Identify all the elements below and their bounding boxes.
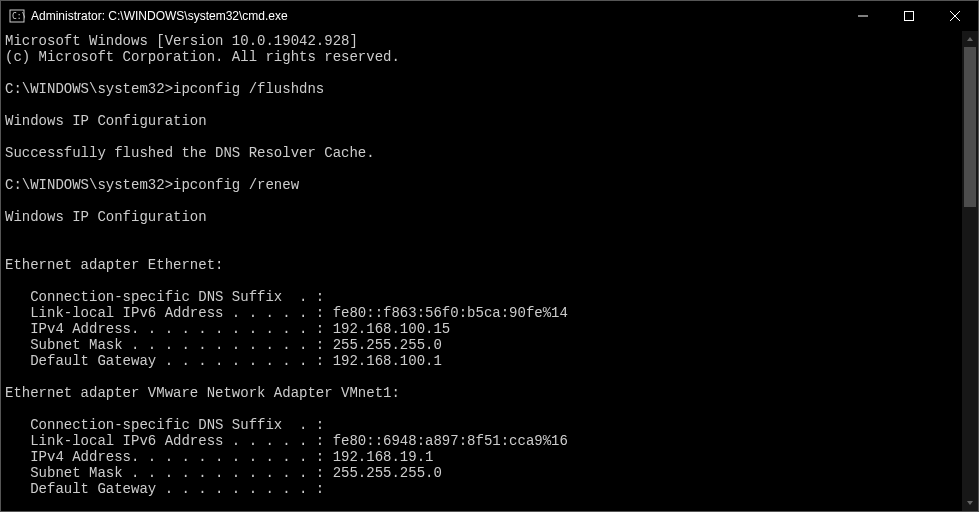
scroll-up-button[interactable] — [962, 31, 978, 47]
terminal-area[interactable]: Microsoft Windows [Version 10.0.19042.92… — [1, 31, 978, 511]
terminal-output: Microsoft Windows [Version 10.0.19042.92… — [1, 31, 978, 499]
cmd-icon: C:\ — [9, 8, 25, 24]
minimize-button[interactable] — [840, 1, 886, 31]
svg-marker-6 — [967, 37, 973, 41]
svg-text:C:\: C:\ — [12, 12, 25, 21]
scrollbar[interactable] — [962, 31, 978, 511]
svg-marker-7 — [967, 501, 973, 505]
svg-rect-3 — [905, 12, 914, 21]
close-button[interactable] — [932, 1, 978, 31]
titlebar[interactable]: C:\ Administrator: C:\WINDOWS\system32\c… — [1, 1, 978, 31]
scroll-down-button[interactable] — [962, 495, 978, 511]
maximize-button[interactable] — [886, 1, 932, 31]
window-controls — [840, 1, 978, 31]
scrollbar-thumb[interactable] — [964, 47, 976, 207]
window-title: Administrator: C:\WINDOWS\system32\cmd.e… — [31, 9, 840, 23]
